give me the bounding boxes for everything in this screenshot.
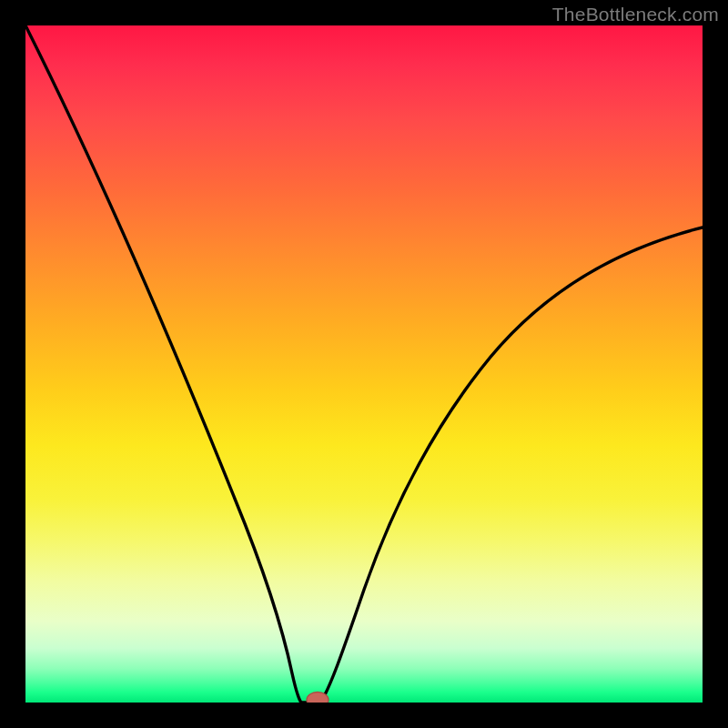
- attribution-label: TheBottleneck.com: [552, 4, 719, 25]
- curve-layer: [25, 25, 703, 703]
- bottleneck-curve: [25, 25, 703, 703]
- chart-plot-area: [25, 25, 703, 703]
- bottleneck-marker: [307, 693, 329, 703]
- chart-frame: TheBottleneck.com: [0, 0, 728, 728]
